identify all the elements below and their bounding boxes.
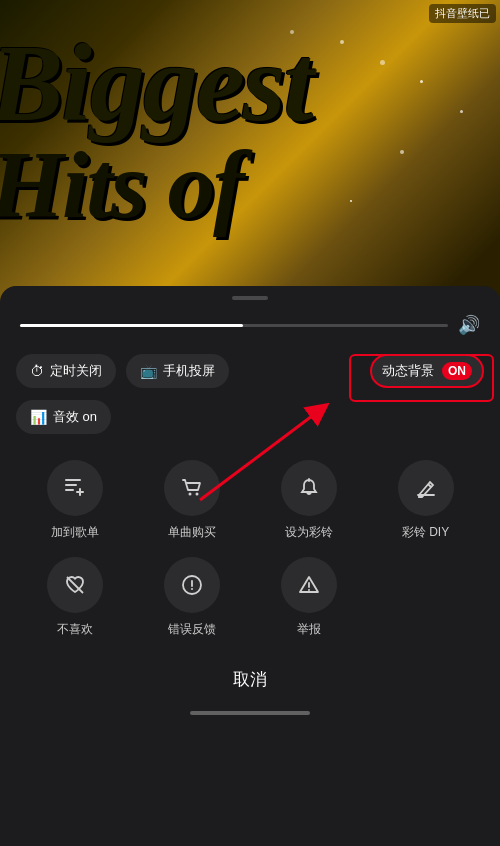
svg-point-13 <box>191 588 193 590</box>
dislike-icon <box>47 557 103 613</box>
svg-rect-1 <box>65 479 81 481</box>
sound-icon: 📊 <box>30 409 47 425</box>
control-row-1: ⏱ 定时关闭 📺 手机投屏 动态背景 ON <box>0 346 500 396</box>
cancel-button[interactable]: 取消 <box>0 652 500 707</box>
report-icon <box>281 557 337 613</box>
sound-effect-button[interactable]: 📊 音效 on <box>16 400 111 434</box>
cast-icon: 📺 <box>140 363 157 379</box>
action-dislike[interactable]: 不喜欢 <box>20 557 129 638</box>
svg-rect-5 <box>76 491 84 493</box>
action-error-feedback[interactable]: 错误反馈 <box>137 557 246 638</box>
timer-icon: ⏱ <box>30 363 44 379</box>
buy-single-label: 单曲购买 <box>168 524 216 541</box>
error-feedback-label: 错误反馈 <box>168 621 216 638</box>
svg-point-7 <box>195 493 198 496</box>
report-label: 举报 <box>297 621 321 638</box>
action-buy-single[interactable]: 单曲购买 <box>137 460 246 541</box>
timer-label: 定时关闭 <box>50 362 102 380</box>
buy-single-icon <box>164 460 220 516</box>
volume-icon: 🔊 <box>458 314 480 336</box>
timer-close-button[interactable]: ⏱ 定时关闭 <box>16 354 116 388</box>
action-grid-row2: 不喜欢 错误反馈 举报 <box>0 551 500 648</box>
volume-slider-track[interactable] <box>20 324 448 327</box>
set-ringtone-icon <box>281 460 337 516</box>
volume-section: 🔊 <box>0 300 500 346</box>
bg-text-biggest: Biggest <box>0 20 312 147</box>
top-badge: 抖音壁纸已 <box>429 4 496 23</box>
sound-row: 📊 音效 on <box>0 396 500 444</box>
svg-rect-3 <box>65 489 74 491</box>
background-image: Biggest Hits of <box>0 0 500 320</box>
action-placeholder <box>371 557 480 638</box>
ringtone-diy-label: 彩铃 DIY <box>402 524 449 541</box>
cast-button[interactable]: 📺 手机投屏 <box>126 354 229 388</box>
set-ringtone-label: 设为彩铃 <box>285 524 333 541</box>
action-ringtone-diy[interactable]: 彩铃 DIY <box>371 460 480 541</box>
svg-point-6 <box>188 493 191 496</box>
ringtone-diy-icon <box>398 460 454 516</box>
dynamic-bg-label: 动态背景 <box>382 362 434 380</box>
sound-label: 音效 on <box>53 408 97 426</box>
dynamic-bg-button[interactable]: 动态背景 ON <box>370 354 484 388</box>
cast-label: 手机投屏 <box>163 362 215 380</box>
dislike-label: 不喜欢 <box>57 621 93 638</box>
action-grid-row1: 加到歌单 单曲购买 设为彩铃 <box>0 444 500 551</box>
dynamic-bg-toggle[interactable]: ON <box>442 362 472 380</box>
svg-rect-2 <box>65 484 77 486</box>
action-set-ringtone[interactable]: 设为彩铃 <box>254 460 363 541</box>
home-indicator <box>190 711 310 715</box>
add-playlist-icon <box>47 460 103 516</box>
bottom-sheet: 🔊 ⏱ 定时关闭 📺 手机投屏 动态背景 ON 📊 音效 on <box>0 286 500 846</box>
bg-text-hits: Hits of <box>0 130 243 240</box>
action-report[interactable]: 举报 <box>254 557 363 638</box>
volume-slider-fill <box>20 324 243 327</box>
add-playlist-label: 加到歌单 <box>51 524 99 541</box>
error-feedback-icon <box>164 557 220 613</box>
svg-point-15 <box>308 589 310 591</box>
action-add-playlist[interactable]: 加到歌单 <box>20 460 129 541</box>
